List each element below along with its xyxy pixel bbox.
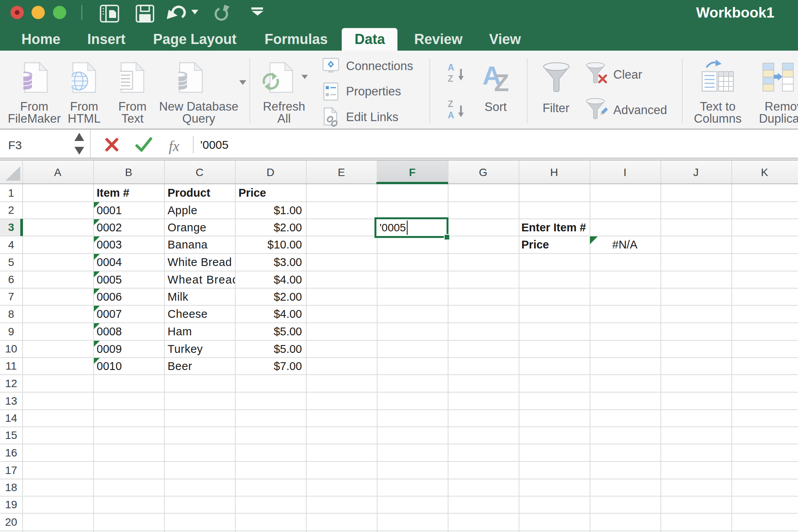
svg-text:Z: Z [494, 69, 509, 93]
svg-text:Z: Z [448, 74, 453, 83]
svg-text:A: A [448, 62, 454, 72]
svg-text:A: A [448, 110, 454, 120]
svg-text:Z: Z [448, 99, 453, 109]
